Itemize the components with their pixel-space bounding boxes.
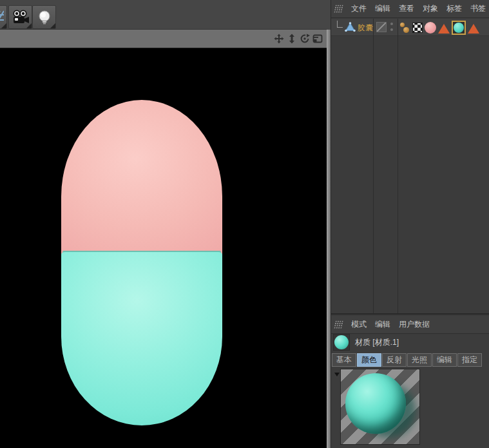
menu-objects[interactable]: 对象 [423, 3, 438, 14]
material-tag-teal-icon [454, 23, 464, 33]
tab-color[interactable]: 颜色 [357, 353, 381, 367]
material-title-row: 材质 [材质.1] [331, 333, 489, 352]
material-title: 材质 [材质.1] [355, 337, 399, 348]
panel-handle-icon[interactable] [334, 320, 344, 329]
viewport-3d[interactable] [0, 48, 327, 448]
menu-edit[interactable]: 编辑 [375, 319, 390, 330]
menu-view[interactable]: 查看 [399, 3, 414, 14]
rotate-view-icon[interactable] [299, 33, 310, 44]
menu-mode[interactable]: 模式 [351, 319, 367, 330]
layer-toggle-icon[interactable] [376, 22, 387, 32]
tag-list [399, 21, 479, 35]
viewport-header [0, 30, 327, 48]
menu-user-data[interactable]: 用户数据 [399, 319, 430, 330]
camera-tool-button[interactable] [8, 5, 32, 29]
collapse-arrow-icon[interactable] [334, 373, 340, 376]
material-tag-teal-selected[interactable] [452, 21, 466, 35]
menu-bookmarks[interactable]: 书签 [470, 3, 486, 14]
column-divider [398, 19, 398, 313]
capsule-bottom-teal [61, 252, 222, 425]
tab-assign[interactable]: 指定 [457, 353, 482, 367]
tab-illumination[interactable]: 光照 [407, 353, 432, 367]
dots-tag-icon[interactable] [399, 21, 410, 34]
pan-icon[interactable] [273, 33, 284, 44]
capsule-object[interactable] [61, 100, 222, 425]
column-divider [373, 19, 374, 313]
preview-sphere [345, 373, 406, 434]
capsule-top-pink [61, 100, 222, 255]
material-tag-pink-icon[interactable] [425, 22, 436, 34]
visibility-dots[interactable] [390, 23, 393, 34]
top-toolbar [0, 0, 331, 30]
tab-reflectance[interactable]: 反射 [382, 353, 407, 367]
object-manager: 文件 编辑 查看 对象 标签 书签 胶囊 [331, 0, 489, 315]
menu-tags[interactable]: 标签 [446, 3, 462, 14]
viewport-nav-controls [273, 33, 323, 44]
attribute-manager: 模式 编辑 用户数据 材质 [材质.1] 基本 颜色 反射 光照 编辑 指定 [331, 316, 489, 448]
object-row-capsule[interactable]: 胶囊 [331, 19, 489, 36]
menu-edit[interactable]: 编辑 [375, 3, 390, 14]
material-preview[interactable] [340, 369, 420, 445]
phong-tag-icon[interactable] [438, 24, 450, 34]
attribute-manager-menubar: 模式 编辑 用户数据 [331, 316, 489, 334]
app-window: 文件 编辑 查看 对象 标签 书签 胶囊 [0, 0, 489, 448]
tree-branch [337, 21, 343, 28]
right-panel: 文件 编辑 查看 对象 标签 书签 胶囊 [331, 0, 489, 448]
submenu-notch [26, 23, 32, 28]
object-manager-menubar: 文件 编辑 查看 对象 标签 书签 [331, 0, 489, 18]
material-sphere-icon [334, 335, 349, 349]
submenu-notch [1, 23, 6, 28]
phong-tag-icon[interactable] [468, 24, 479, 34]
submenu-notch [50, 23, 55, 28]
light-tool-button[interactable] [32, 5, 56, 29]
floor-tool-button[interactable] [0, 5, 7, 29]
tab-basic[interactable]: 基本 [332, 353, 356, 367]
menu-file[interactable]: 文件 [351, 3, 367, 14]
dolly-zoom-icon[interactable] [286, 33, 297, 44]
toggle-view-icon[interactable] [312, 33, 323, 44]
panel-handle-icon[interactable] [334, 5, 344, 13]
tab-editor[interactable]: 编辑 [432, 353, 457, 367]
object-name[interactable]: 胶囊 [358, 23, 373, 34]
capsule-primitive-icon [345, 22, 356, 32]
material-tabs: 基本 颜色 反射 光照 编辑 指定 [332, 353, 482, 367]
material-thumbnail [333, 334, 350, 351]
compositing-tag-icon[interactable] [412, 23, 423, 33]
